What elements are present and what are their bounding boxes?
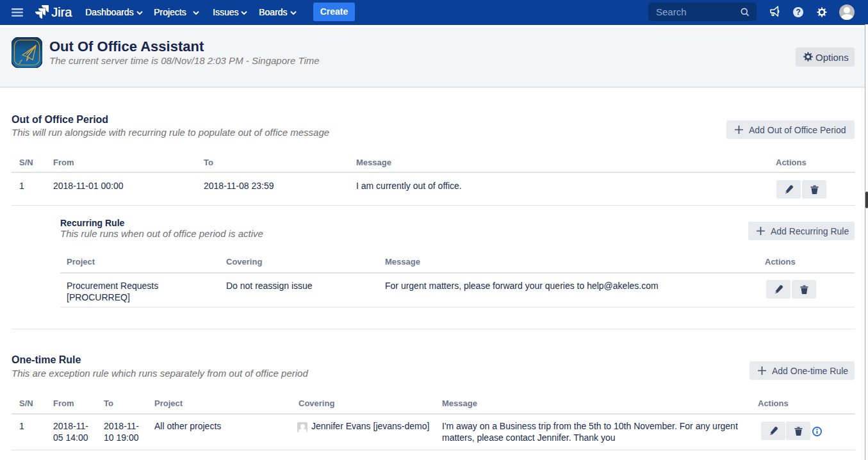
svg-text:?: ? <box>796 8 800 17</box>
